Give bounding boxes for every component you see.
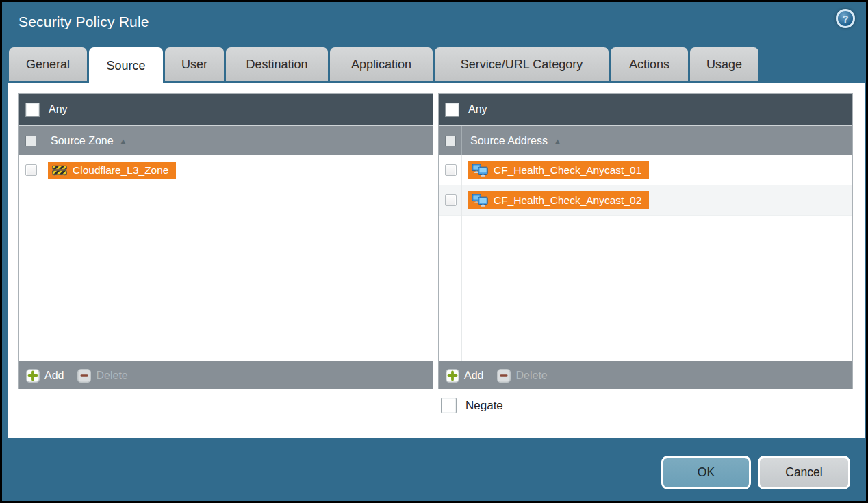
cancel-button[interactable]: Cancel	[758, 456, 850, 489]
source-tab-content: Any Source Zone ▲	[8, 83, 865, 438]
column-header-label: Source Zone	[51, 135, 114, 147]
source-zone-select-all-checkbox[interactable]	[25, 136, 36, 146]
tab-usage[interactable]: Usage	[690, 47, 758, 81]
source-address-any-header: Any	[439, 94, 852, 125]
title-bar: Security Policy Rule ?	[2, 2, 866, 44]
column-divider	[461, 155, 462, 361]
address-icon	[472, 164, 488, 177]
plus-icon	[446, 369, 459, 383]
delete-button[interactable]: Delete	[497, 369, 547, 383]
select-all-cell	[19, 126, 42, 155]
tab-general[interactable]: General	[9, 47, 87, 81]
source-address-any-checkbox[interactable]	[445, 103, 459, 117]
plus-icon	[26, 369, 40, 383]
help-icon[interactable]: ?	[836, 9, 855, 28]
address-icon	[472, 194, 488, 207]
add-button[interactable]: Add	[26, 369, 64, 383]
source-zone-any-header: Any	[19, 94, 433, 125]
source-address-rows: CF_Health_Check_Anycast_01	[439, 155, 852, 361]
delete-button[interactable]: Delete	[77, 369, 127, 383]
negate-checkbox[interactable]	[441, 398, 457, 413]
address-chip[interactable]: CF_Health_Check_Anycast_02	[468, 191, 649, 209]
source-address-panel: Any Source Address ▲	[438, 93, 853, 389]
sort-asc-icon: ▲	[554, 137, 561, 145]
address-name: CF_Health_Check_Anycast_01	[494, 164, 641, 177]
source-zone-rows: Cloudflare_L3_Zone	[19, 155, 433, 361]
address-chip[interactable]: CF_Health_Check_Anycast_01	[468, 161, 649, 179]
dialog-title: Security Policy Rule	[18, 14, 149, 30]
column-header-label: Source Address	[470, 135, 548, 147]
negate-control: Negate	[441, 398, 503, 413]
source-address-select-all-checkbox[interactable]	[445, 136, 456, 146]
source-address-column-header[interactable]: Source Address ▲	[439, 125, 852, 155]
table-row[interactable]: CF_Health_Check_Anycast_01	[439, 155, 852, 185]
help-glyph: ?	[842, 13, 848, 25]
minus-icon	[497, 369, 511, 383]
minus-icon	[77, 369, 91, 383]
column-divider	[42, 155, 42, 361]
sort-asc-icon: ▲	[120, 137, 127, 145]
source-address-footer: Add Delete	[439, 361, 852, 389]
delete-label: Delete	[96, 370, 127, 382]
table-row[interactable]: Cloudflare_L3_Zone	[19, 155, 433, 185]
tab-application[interactable]: Application	[330, 47, 433, 81]
zone-chip[interactable]: Cloudflare_L3_Zone	[48, 162, 176, 179]
row-checkbox[interactable]	[25, 164, 37, 176]
tab-service-url-category[interactable]: Service/URL Category	[435, 47, 609, 81]
table-row[interactable]: CF_Health_Check_Anycast_02	[439, 185, 852, 216]
tab-bar: General Source User Destination Applicat…	[9, 47, 758, 85]
negate-label: Negate	[465, 399, 503, 413]
row-checkbox[interactable]	[445, 164, 457, 176]
add-button[interactable]: Add	[446, 369, 483, 383]
source-zone-any-checkbox[interactable]	[25, 103, 40, 117]
tab-destination[interactable]: Destination	[226, 47, 328, 81]
any-label: Any	[468, 103, 487, 116]
add-label: Add	[44, 370, 64, 382]
zone-icon	[52, 164, 67, 176]
tab-actions[interactable]: Actions	[611, 47, 688, 81]
delete-label: Delete	[515, 370, 547, 382]
select-all-cell	[439, 126, 462, 155]
row-checkbox[interactable]	[445, 194, 457, 206]
add-label: Add	[464, 370, 483, 382]
security-policy-rule-dialog: Security Policy Rule ? General Source Us…	[2, 2, 866, 501]
source-zone-footer: Add Delete	[19, 361, 433, 389]
tab-source[interactable]: Source	[89, 47, 163, 85]
source-zone-panel: Any Source Zone ▲	[18, 93, 433, 389]
address-name: CF_Health_Check_Anycast_02	[494, 194, 641, 207]
any-label: Any	[49, 103, 68, 116]
ok-button[interactable]: OK	[661, 456, 751, 489]
tab-user[interactable]: User	[165, 47, 224, 81]
source-zone-column-header[interactable]: Source Zone ▲	[19, 125, 433, 155]
zone-name: Cloudflare_L3_Zone	[73, 164, 168, 177]
